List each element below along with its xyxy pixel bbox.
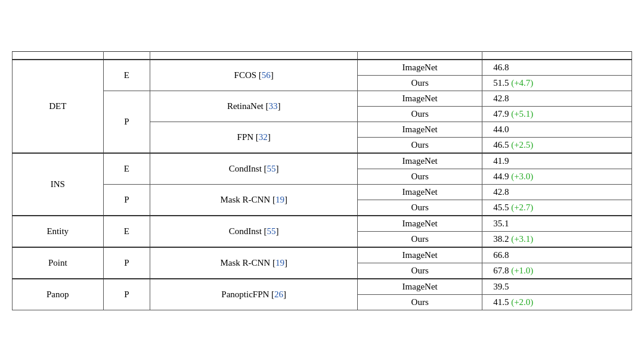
pretrained-cell: Ours [358,137,482,153]
type-cell: E [103,153,150,185]
pretrained-cell: ImageNet [358,279,482,295]
ref-link: 19 [275,195,284,204]
table-row: DETEFCOS [56]ImageNet46.8 [13,60,632,76]
type-cell: P [103,91,150,153]
perf-cell: 39.5 [482,279,632,295]
framework-cell: Mask R-CNN [19] [150,247,358,279]
pretrained-cell: ImageNet [358,122,482,137]
table-row: PRetinaNet [33]ImageNet42.8 [13,91,632,106]
perf-cell: 35.1 [482,216,632,232]
pretrained-cell: ImageNet [358,184,482,200]
framework-cell: Mask R-CNN [19] [150,184,358,216]
framework-cell: PanopticFPN [26] [150,279,358,310]
table-row: PMask R-CNN [19]ImageNet42.8 [13,184,632,200]
pretrained-cell: ImageNet [358,153,482,169]
pretrained-cell: ImageNet [358,60,482,76]
improvement-value: (+1.0) [511,266,533,275]
perf-cell: 66.8 [482,247,632,263]
task-cell: INS [13,153,104,216]
perf-cell: 41.9 [482,153,632,169]
ref-link: 55 [267,164,276,173]
pretrained-cell: Ours [358,75,482,91]
perf-cell: 46.5 (+2.5) [482,137,632,153]
perf-cell: 42.8 [482,91,632,106]
perf-cell: 51.5 (+4.7) [482,75,632,91]
pretrained-cell: Ours [358,169,482,184]
ref-link: 32 [259,132,268,142]
col-header-type [103,51,150,60]
table-row: PanopPPanopticFPN [26]ImageNet39.5 [13,279,632,295]
col-header-pretrained [358,51,482,60]
pretrained-cell: ImageNet [358,91,482,106]
perf-cell: 38.2 (+3.1) [482,231,632,247]
task-cell: Point [13,247,104,279]
perf-cell: 67.8 (+1.0) [482,263,632,279]
pretrained-cell: Ours [358,106,482,122]
table-row: INSECondInst [55]ImageNet41.9 [13,153,632,169]
framework-cell: RetinaNet [33] [150,91,358,122]
table-row: EntityECondInst [55]ImageNet35.1 [13,216,632,232]
type-cell: P [103,184,150,216]
pretrained-cell: Ours [358,263,482,279]
col-header-perf [482,51,632,60]
ref-link: 26 [274,290,283,299]
framework-cell: CondInst [55] [150,216,358,247]
type-cell: E [103,60,150,91]
col-header-framework [150,51,358,60]
framework-cell: FPN [32] [150,122,358,153]
perf-cell: 44.0 [482,122,632,137]
perf-cell: 45.5 (+2.7) [482,200,632,216]
pretrained-cell: Ours [358,294,482,310]
pretrained-cell: Ours [358,231,482,247]
perf-cell: 42.8 [482,184,632,200]
ref-link: 33 [268,101,277,111]
pretrained-cell: ImageNet [358,216,482,232]
task-cell: Entity [13,216,104,247]
ref-link: 56 [262,70,271,80]
col-header-task [13,51,104,60]
framework-cell: FCOS [56] [150,60,358,91]
perf-cell: 47.9 (+5.1) [482,106,632,122]
improvement-value: (+2.5) [511,140,533,150]
improvement-value: (+5.1) [511,109,533,119]
table-wrapper: DETEFCOS [56]ImageNet46.8Ours51.5 (+4.7)… [12,51,632,310]
improvement-value: (+3.1) [511,234,533,244]
improvement-value: (+2.0) [511,297,533,307]
improvement-value: (+3.0) [511,172,533,181]
pretrained-cell: ImageNet [358,247,482,263]
perf-cell: 41.5 (+2.0) [482,294,632,310]
improvement-value: (+2.7) [511,203,533,212]
type-cell: P [103,247,150,279]
perf-cell: 44.9 (+3.0) [482,169,632,184]
type-cell: E [103,216,150,247]
pretrained-cell: Ours [358,200,482,216]
task-cell: DET [13,60,104,153]
ref-link: 19 [275,258,284,267]
task-cell: Panop [13,279,104,310]
type-cell: P [103,279,150,310]
table-row: PointPMask R-CNN [19]ImageNet66.8 [13,247,632,263]
perf-cell: 46.8 [482,60,632,76]
improvement-value: (+4.7) [511,78,533,88]
framework-cell: CondInst [55] [150,153,358,185]
ref-link: 55 [267,226,276,236]
results-table: DETEFCOS [56]ImageNet46.8Ours51.5 (+4.7)… [12,51,632,310]
